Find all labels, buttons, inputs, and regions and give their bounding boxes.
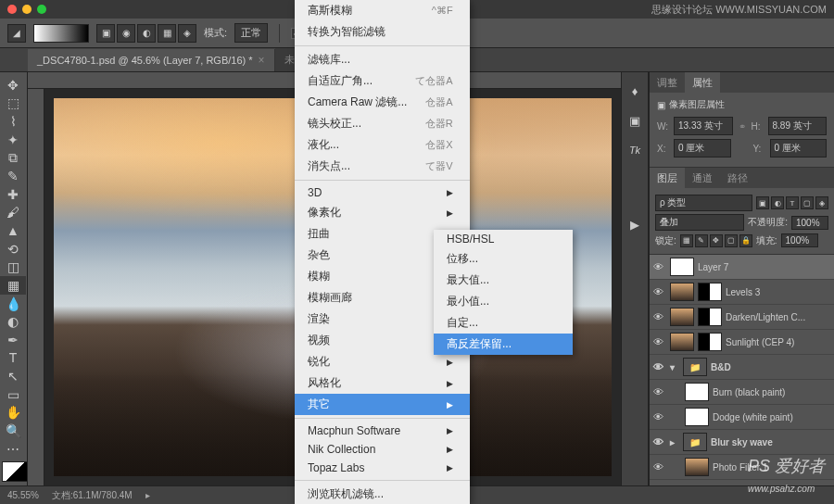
color-swatch[interactable]	[2, 461, 28, 482]
menu-item[interactable]: Macphun Software▶	[295, 422, 470, 440]
menu-item[interactable]: 像素化▶	[295, 202, 470, 223]
blur-tool[interactable]: 💧	[0, 295, 26, 313]
properties-tab[interactable]: 属性	[685, 72, 720, 93]
history-brush[interactable]: ⟲	[0, 240, 26, 258]
marquee-tool[interactable]: ⬚	[0, 94, 26, 113]
gradient-type-icons[interactable]: ▣◉◐▦◈	[96, 24, 196, 43]
gradient-swatch[interactable]	[33, 24, 89, 43]
filter-pixel-icon[interactable]: ▣	[756, 196, 769, 209]
filter-type-icon[interactable]: T	[786, 196, 799, 209]
y-field[interactable]: 0 厘米	[770, 139, 828, 158]
layer-row[interactable]: 👁▾📁B&D	[650, 355, 834, 380]
visibility-icon[interactable]: 👁	[653, 411, 666, 422]
menu-item[interactable]: 自定...	[434, 312, 573, 334]
type-tool[interactable]: T	[0, 349, 26, 368]
lasso-tool[interactable]: ⌇	[0, 112, 26, 131]
layer-row[interactable]: 👁▸📁Blur sky wave	[650, 430, 834, 455]
tab-active[interactable]: _DSC4780-1.psd @ 45.6% (Layer 7, RGB/16)…	[28, 49, 275, 71]
menu-item[interactable]: Camera Raw 滤镜...仓器A	[295, 92, 470, 113]
menu-item[interactable]: 最大值...	[434, 270, 573, 291]
lock-trans-icon[interactable]: ▦	[680, 234, 693, 247]
layer-row[interactable]: 👁Levels 3	[650, 280, 834, 305]
edit-toolbar[interactable]: ⋯	[0, 440, 26, 459]
hand-tool[interactable]: ✋	[0, 404, 26, 422]
stamp-tool[interactable]: ▲	[0, 221, 26, 240]
menu-item[interactable]: Nik Collection▶	[295, 440, 470, 459]
opacity-field[interactable]: 100%	[791, 216, 828, 230]
eraser-tool[interactable]: ◫	[0, 258, 26, 276]
x-field[interactable]: 0 厘米	[674, 139, 731, 158]
menu-item[interactable]: HSB/HSL	[434, 230, 573, 248]
visibility-icon[interactable]: 👁	[653, 261, 666, 272]
layer-row[interactable]: 👁Dodge (white paint)	[650, 405, 834, 430]
menu-item[interactable]: 最小值...	[434, 291, 573, 312]
menu-item[interactable]: 位移...	[434, 248, 573, 270]
heal-tool[interactable]: ✚	[0, 185, 26, 204]
visibility-icon[interactable]: 👁	[653, 461, 666, 472]
layer-row[interactable]: 👁Layer 7	[650, 255, 834, 280]
channels-tab[interactable]: 通道	[685, 168, 720, 188]
menu-item[interactable]: 转换为智能滤镜	[295, 21, 470, 43]
height-field[interactable]: 8.89 英寸	[768, 117, 828, 135]
lock-pixel-icon[interactable]: ✎	[695, 234, 708, 247]
adjustments-tab[interactable]: 调整	[650, 72, 685, 93]
menu-item[interactable]: 滤镜库...	[295, 49, 470, 70]
gradient-tool[interactable]: ▦	[0, 276, 26, 295]
shape-tool[interactable]: ▭	[0, 385, 26, 404]
ruler-vertical[interactable]	[28, 89, 44, 485]
menu-item[interactable]: 镜头校正...仓器R	[295, 113, 470, 134]
layer-row[interactable]: 👁Burn (black paint)	[650, 380, 834, 405]
menu-item[interactable]: 高反差保留...	[434, 334, 573, 355]
filter-smart-icon[interactable]: ◈	[815, 196, 828, 209]
lock-all-icon[interactable]: 🔒	[739, 234, 752, 247]
brush-tool[interactable]: 🖌	[0, 203, 26, 221]
play-icon[interactable]: ▶	[622, 213, 648, 235]
visibility-icon[interactable]: 👁	[653, 336, 666, 347]
menu-item[interactable]: 浏览联机滤镜...	[295, 484, 470, 504]
layer-filter[interactable]: ρ 类型	[655, 195, 752, 211]
filter-shape-icon[interactable]: ▢	[801, 196, 814, 209]
other-submenu[interactable]: HSB/HSL位移...最大值...最小值...自定...高反差保留...	[434, 230, 573, 355]
layers-tab[interactable]: 图层	[650, 168, 685, 188]
zoom-level[interactable]: 45.55%	[7, 490, 39, 500]
menu-item[interactable]: Topaz Labs▶	[295, 459, 470, 477]
tool-preset-icon[interactable]: ◢	[7, 24, 26, 43]
eyedropper-tool[interactable]: ✎	[0, 167, 26, 185]
menu-item[interactable]: 高斯模糊^⌘F	[295, 0, 470, 21]
menu-item[interactable]: 风格化▶	[295, 372, 470, 394]
visibility-icon[interactable]: 👁	[653, 286, 666, 297]
paths-tab[interactable]: 路径	[720, 168, 755, 188]
actions-icon[interactable]: ▣	[622, 109, 648, 132]
blend-mode-select[interactable]: 叠加	[655, 214, 744, 231]
filter-adj-icon[interactable]: ◐	[771, 196, 784, 209]
menu-item[interactable]: 液化...仓器X	[295, 134, 470, 156]
tk-icon[interactable]: Tk	[622, 139, 648, 161]
status-arrow[interactable]: ▸	[145, 490, 150, 500]
zoom-tool[interactable]: 🔍	[0, 422, 26, 440]
lock-pos-icon[interactable]: ✥	[710, 234, 723, 247]
width-field[interactable]: 13.33 英寸	[674, 117, 733, 135]
history-icon[interactable]: ♦	[622, 80, 648, 102]
wand-tool[interactable]: ✦	[0, 131, 26, 149]
lock-artboard-icon[interactable]: ▢	[725, 234, 738, 247]
dodge-tool[interactable]: ◐	[0, 312, 26, 331]
link-icon[interactable]: ⚭	[739, 121, 746, 132]
layer-row[interactable]: 👁Sunlight (CEP 4)	[650, 330, 834, 355]
mode-select[interactable]: 正常	[234, 23, 268, 43]
move-tool[interactable]: ✥	[0, 76, 26, 94]
menu-item[interactable]: 消失点...て器V	[295, 156, 470, 177]
close-window[interactable]	[7, 5, 17, 14]
maximize-window[interactable]	[37, 5, 46, 14]
pen-tool[interactable]: ✒	[0, 331, 26, 349]
layer-row[interactable]: 👁Photo Filter 1	[650, 455, 834, 480]
menu-item[interactable]: 自适应广角...て仓器A	[295, 70, 470, 92]
visibility-icon[interactable]: 👁	[653, 386, 666, 397]
layer-row[interactable]: 👁Darken/Lighten C...	[650, 305, 834, 330]
minimize-window[interactable]	[22, 5, 32, 14]
menu-item[interactable]: 3D▶	[295, 183, 470, 202]
close-icon[interactable]: ×	[259, 54, 265, 67]
visibility-icon[interactable]: 👁	[653, 311, 666, 322]
visibility-icon[interactable]: 👁	[653, 361, 666, 372]
crop-tool[interactable]: ⧉	[0, 149, 26, 168]
fill-field[interactable]: 100%	[781, 233, 818, 247]
